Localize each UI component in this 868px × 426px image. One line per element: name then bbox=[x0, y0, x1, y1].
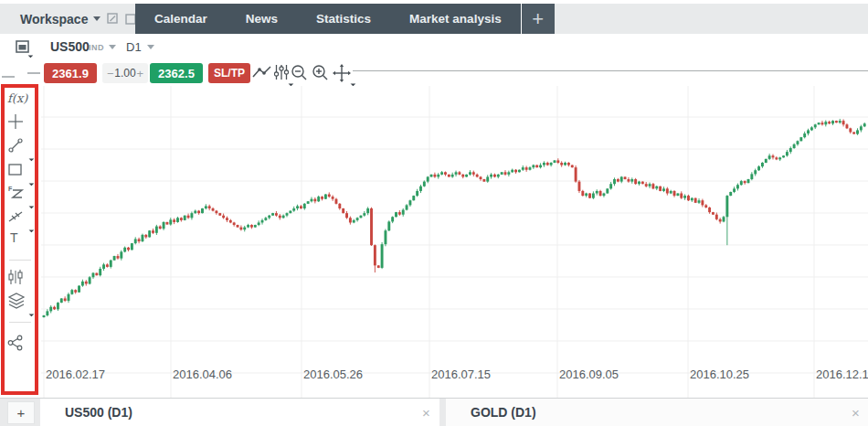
fibonacci-tool[interactable]: F bbox=[7, 185, 31, 205]
buy-button[interactable]: 2362.5 bbox=[150, 63, 203, 83]
workspace-menu[interactable]: Workspace bbox=[0, 4, 135, 34]
chart-tab-label: GOLD (D1) bbox=[471, 405, 536, 420]
submenu-marker bbox=[26, 50, 33, 58]
pan-move-icon[interactable] bbox=[333, 64, 353, 82]
workspace-title: Workspace bbox=[20, 12, 88, 27]
candlestick-chart[interactable] bbox=[41, 86, 868, 398]
volume-stepper: − 1.00 + bbox=[102, 63, 148, 83]
sltp-button[interactable]: SL/TP bbox=[208, 63, 250, 83]
workspace-bar: Workspace Calendar News Statistics Marke… bbox=[0, 4, 868, 34]
chevron-down-icon bbox=[93, 16, 101, 21]
timeframe-dropdown-icon[interactable] bbox=[147, 45, 154, 49]
panel-handle-dash bbox=[2, 76, 15, 78]
indicators-fx-button[interactable]: f(x) bbox=[7, 91, 31, 112]
toolbar-divider bbox=[9, 260, 31, 261]
rectangle-tool[interactable] bbox=[7, 162, 31, 182]
grid-lines bbox=[41, 86, 868, 398]
submenu-marker bbox=[26, 309, 34, 316]
chart-tab-label: US500 (D1) bbox=[65, 405, 132, 420]
text-tool[interactable]: T bbox=[7, 230, 34, 250]
tab-news[interactable]: News bbox=[227, 4, 297, 34]
chart-tab-gold[interactable]: GOLD (D1) × bbox=[446, 399, 868, 426]
popout-icon[interactable] bbox=[107, 13, 119, 25]
toolbar-divider bbox=[9, 322, 31, 323]
trade-toolbar: 2361.9 − 1.00 + 2362.5 SL/TP bbox=[0, 60, 868, 86]
tab-statistics[interactable]: Statistics bbox=[297, 4, 390, 34]
chart-tabs-bar: + US500 (D1) × GOLD (D1) × bbox=[0, 398, 868, 426]
workspace-tabs: Calendar News Statistics Market analysis… bbox=[135, 4, 555, 34]
symbol-name: US500 bbox=[50, 39, 90, 54]
compare-candles-tool[interactable] bbox=[7, 269, 31, 289]
chart-layout-icon[interactable] bbox=[16, 40, 30, 54]
chart-type-line-icon[interactable] bbox=[252, 64, 272, 82]
add-workspace-tab-button[interactable]: + bbox=[521, 4, 555, 34]
submenu-marker bbox=[26, 154, 34, 161]
submenu-marker bbox=[348, 79, 355, 86]
chart-tab-us500[interactable]: US500 (D1) × bbox=[40, 399, 439, 426]
sell-button[interactable]: 2361.9 bbox=[44, 63, 97, 83]
volume-decrease-button[interactable]: − bbox=[107, 67, 114, 80]
drawing-toolbar: f(x) F T bbox=[0, 86, 41, 398]
svg-text:F: F bbox=[8, 186, 13, 192]
trading-platform-window: Workspace Calendar News Statistics Marke… bbox=[0, 0, 868, 426]
instrument-type-badge: IND bbox=[89, 43, 104, 52]
zoom-in-icon[interactable] bbox=[312, 64, 332, 82]
trend-line-tool[interactable] bbox=[7, 137, 31, 157]
symbol-dropdown-icon[interactable] bbox=[109, 45, 116, 49]
indicators-icon[interactable] bbox=[274, 64, 291, 82]
add-chart-button[interactable]: + bbox=[7, 401, 35, 424]
tab-calendar[interactable]: Calendar bbox=[135, 4, 227, 34]
panel-handle-dash bbox=[27, 72, 40, 74]
close-tab-icon[interactable]: × bbox=[422, 405, 430, 421]
close-tab-icon[interactable]: × bbox=[852, 405, 860, 421]
crosshair-tool[interactable] bbox=[7, 113, 31, 133]
volume-increase-button[interactable]: + bbox=[136, 67, 143, 80]
toolbar-separator bbox=[353, 70, 868, 71]
tab-market-analysis[interactable]: Market analysis bbox=[390, 4, 521, 34]
volume-value[interactable]: 1.00 bbox=[114, 67, 135, 80]
zoom-out-icon[interactable] bbox=[291, 64, 311, 82]
submenu-marker bbox=[26, 201, 34, 208]
layers-tool[interactable] bbox=[7, 293, 31, 313]
instrument-bar: US500 IND D1 bbox=[0, 34, 868, 60]
timeframe-select[interactable]: D1 bbox=[126, 40, 142, 54]
channel-tool[interactable] bbox=[7, 208, 31, 229]
share-tool[interactable] bbox=[7, 335, 31, 355]
chart-panel: f(x) F T bbox=[0, 86, 868, 398]
